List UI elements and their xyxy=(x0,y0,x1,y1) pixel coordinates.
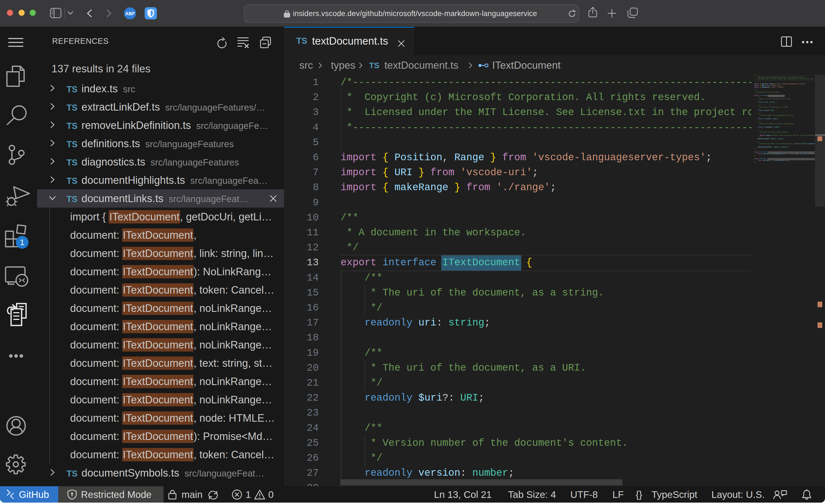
svg-text:ABP: ABP xyxy=(125,11,135,16)
